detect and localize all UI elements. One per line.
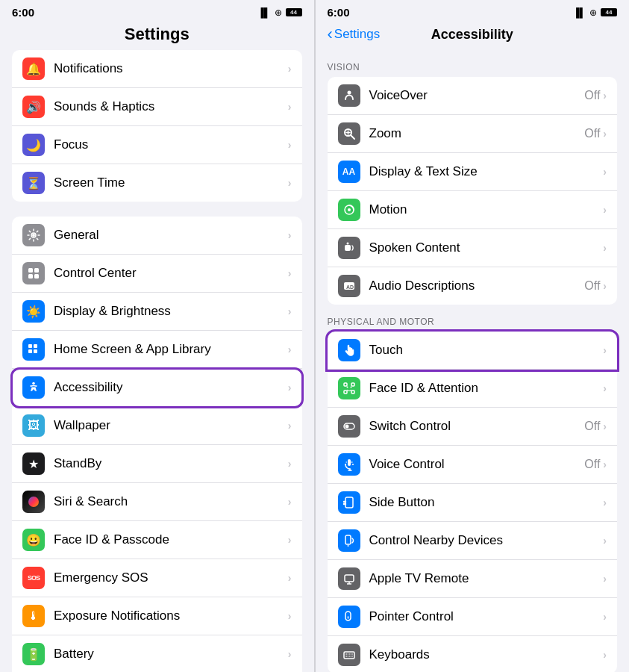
voice-control-label: Voice Control (369, 457, 585, 472)
apple-tv-label: Apple TV Remote (369, 571, 604, 586)
svg-rect-18 (345, 245, 351, 251)
list-item-home-screen[interactable]: Home Screen & App Library › (12, 331, 302, 369)
voice-control-chevron: › (603, 458, 607, 470)
face-id-chevron: › (288, 534, 292, 546)
accessibility-icon (22, 376, 45, 399)
notifications-icon: 🔔 (22, 57, 45, 80)
battery-label: Battery (54, 647, 288, 662)
list-item-side-button[interactable]: Side Button › (328, 484, 618, 522)
physical-group: Touch › Face ID & Attention › (316, 332, 630, 672)
side-button-label: Side Button (369, 495, 604, 510)
touch-icon (338, 339, 360, 361)
list-item-zoom[interactable]: Zoom Off › (328, 115, 618, 153)
list-item-keyboards[interactable]: Keyboards › (328, 636, 618, 672)
list-item-battery[interactable]: 🔋 Battery › (12, 635, 302, 672)
svg-point-11 (28, 497, 39, 507)
svg-point-12 (347, 91, 351, 95)
list-item-screen-time[interactable]: ⏳ Screen Time › (12, 164, 302, 202)
time-left: 6:00 (12, 6, 34, 19)
list-item-exposure[interactable]: 🌡 Exposure Notifications › (12, 597, 302, 635)
list-item-spoken[interactable]: Spoken Content › (328, 229, 618, 267)
svg-rect-25 (351, 391, 354, 393)
motion-label: Motion (369, 202, 604, 217)
list-item-general[interactable]: General › (12, 217, 302, 255)
back-chevron-icon: ‹ (328, 25, 333, 44)
list-item-wallpaper[interactable]: 🖼 Wallpaper › (12, 407, 302, 445)
list-item-pointer[interactable]: Pointer Control › (328, 598, 618, 636)
siri-chevron: › (288, 496, 292, 508)
spoken-chevron: › (603, 242, 607, 254)
list-item-apple-tv[interactable]: Apple TV Remote › (328, 560, 618, 598)
group-mid: General › Control Center › ☀️ Display & … (0, 217, 314, 672)
svg-rect-38 (345, 535, 351, 544)
signal-icon: ▐▌ (257, 7, 270, 18)
sounds-icon: 🔊 (22, 96, 45, 118)
screen-time-icon: ⏳ (22, 172, 45, 194)
touch-chevron: › (603, 344, 607, 356)
list-item-face-id[interactable]: 😀 Face ID & Passcode › (12, 521, 302, 559)
spoken-label: Spoken Content (369, 240, 604, 255)
switch-control-chevron: › (603, 420, 607, 432)
list-item-touch[interactable]: Touch › (328, 332, 618, 370)
svg-point-17 (348, 208, 351, 211)
voiceover-label: VoiceOver (369, 88, 585, 103)
voiceover-icon (338, 84, 360, 107)
left-panel: 6:00 ▐▌ ⊕ 44 Settings 🔔 Notifications › … (0, 0, 314, 672)
svg-point-0 (32, 234, 35, 237)
settings-title: Settings (12, 25, 302, 44)
standby-label: StandBy (54, 456, 288, 471)
back-button[interactable]: ‹ Settings (328, 25, 381, 44)
home-screen-icon (22, 338, 45, 361)
svg-rect-2 (28, 268, 33, 273)
accessibility-chevron: › (288, 382, 292, 393)
emergency-icon: SOS (22, 567, 45, 589)
svg-rect-8 (28, 349, 32, 353)
time-right: 6:00 (328, 6, 350, 19)
settings-list: 🔔 Notifications › 🔊 Sounds & Haptics › 🌙… (0, 50, 314, 672)
list-item-accessibility[interactable]: Accessibility › (12, 369, 302, 407)
list-item-emergency[interactable]: SOS Emergency SOS › (12, 559, 302, 597)
sounds-label: Sounds & Haptics (54, 99, 288, 114)
face-id-right-icon (338, 377, 360, 399)
accessibility-label: Accessibility (54, 380, 288, 395)
list-item-face-id-attention[interactable]: Face ID & Attention › (328, 370, 618, 408)
list-item-voiceover[interactable]: VoiceOver Off › (328, 77, 618, 115)
list-item-siri[interactable]: Siri & Search › (12, 483, 302, 521)
display-label: Display & Brightness (54, 304, 288, 319)
list-item-display[interactable]: ☀️ Display & Brightness › (12, 293, 302, 331)
control-center-label: Control Center (54, 266, 288, 281)
vision-group-inner: VoiceOver Off › Zoom Off › (328, 77, 618, 305)
svg-rect-22 (344, 383, 347, 386)
list-item-switch-control[interactable]: Switch Control Off › (328, 408, 618, 446)
list-item-notifications[interactable]: 🔔 Notifications › (12, 50, 302, 88)
emergency-label: Emergency SOS (54, 570, 288, 585)
zoom-value: Off (584, 127, 600, 140)
list-item-audio-desc[interactable]: AD Audio Descriptions Off › (328, 267, 618, 305)
left-title-bar: Settings (0, 22, 314, 50)
control-center-icon (22, 262, 45, 284)
list-item-focus[interactable]: 🌙 Focus › (12, 126, 302, 164)
notifications-label: Notifications (54, 61, 288, 76)
list-item-voice-control[interactable]: Voice Control Off › (328, 446, 618, 484)
standby-chevron: › (288, 458, 292, 470)
display-chevron: › (288, 305, 292, 317)
side-button-icon (338, 491, 360, 514)
screen-time-label: Screen Time (54, 175, 288, 190)
group-top-inner: 🔔 Notifications › 🔊 Sounds & Haptics › 🌙… (12, 50, 302, 202)
display-text-label: Display & Text Size (369, 164, 604, 179)
pointer-chevron: › (603, 611, 607, 623)
list-item-display-text[interactable]: AA Display & Text Size › (328, 153, 618, 191)
status-bar-left: 6:00 ▐▌ ⊕ 44 (0, 0, 314, 22)
physical-motor-section: PHYSICAL AND MOTOR Touch › (316, 305, 630, 672)
list-item-motion[interactable]: Motion › (328, 191, 618, 229)
list-item-standby[interactable]: ★ StandBy › (12, 445, 302, 483)
voice-control-value: Off (584, 458, 600, 471)
list-item-sounds[interactable]: 🔊 Sounds & Haptics › (12, 88, 302, 126)
list-item-control-nearby[interactable]: Control Nearby Devices › (328, 522, 618, 560)
svg-rect-7 (34, 344, 37, 348)
home-screen-chevron: › (288, 343, 292, 355)
svg-point-26 (346, 387, 348, 388)
list-item-control-center[interactable]: Control Center › (12, 255, 302, 293)
svg-point-27 (350, 387, 351, 388)
motion-icon (338, 199, 360, 221)
